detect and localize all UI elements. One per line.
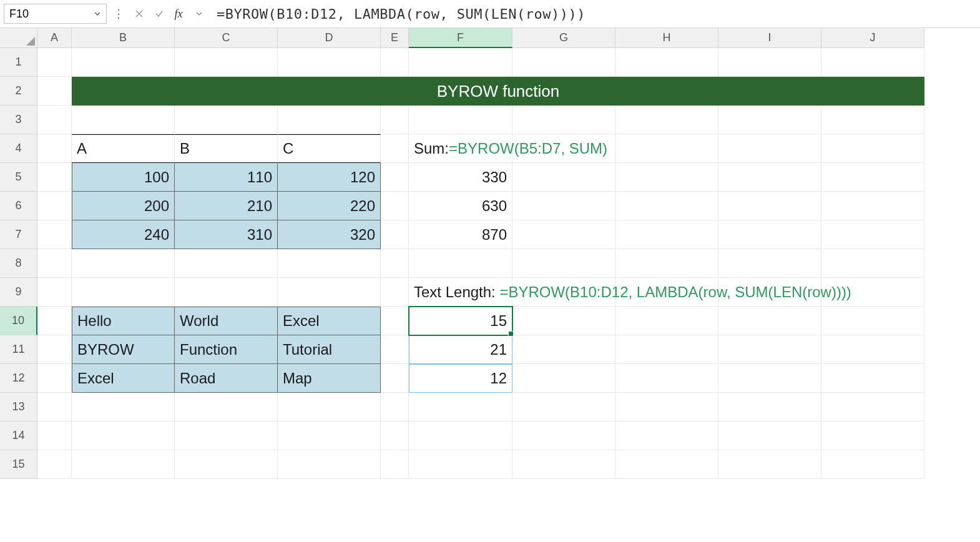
cell-A7[interactable] xyxy=(37,220,72,249)
cell-J13[interactable] xyxy=(821,393,924,421)
cell-C7[interactable]: 310 xyxy=(175,220,278,249)
cell-H13[interactable] xyxy=(615,393,718,421)
cell-D5[interactable]: 120 xyxy=(278,163,381,192)
row-header-5[interactable]: 5 xyxy=(0,163,37,192)
cell-E15[interactable] xyxy=(381,450,409,479)
col-header-A[interactable]: A xyxy=(37,28,72,48)
cell-E3[interactable] xyxy=(381,106,409,134)
cell-H11[interactable] xyxy=(615,335,718,364)
cell-E1[interactable] xyxy=(381,48,409,77)
row-header-2[interactable]: 2 xyxy=(0,77,37,106)
cell-G15[interactable] xyxy=(512,450,615,479)
row-header-7[interactable]: 7 xyxy=(0,220,37,249)
cell-J14[interactable] xyxy=(821,421,924,450)
cell-E12[interactable] xyxy=(381,364,409,393)
cell-F12[interactable]: 12 xyxy=(409,364,512,393)
cell-J6[interactable] xyxy=(821,192,924,220)
cell-F1[interactable] xyxy=(409,48,512,77)
cell-C8[interactable] xyxy=(175,249,278,278)
cell-G10[interactable] xyxy=(512,307,615,335)
cell-I13[interactable] xyxy=(718,393,821,421)
cell-G13[interactable] xyxy=(512,393,615,421)
cell-B9[interactable] xyxy=(72,278,175,307)
cell-A5[interactable] xyxy=(37,163,72,192)
col-header-J[interactable]: J xyxy=(821,28,924,48)
cell-D13[interactable] xyxy=(278,393,381,421)
cell-F10[interactable]: 15 xyxy=(409,307,512,335)
cell-I14[interactable] xyxy=(718,421,821,450)
name-box-dropdown-icon[interactable] xyxy=(94,10,101,17)
cell-G3[interactable] xyxy=(512,106,615,134)
cell-J1[interactable] xyxy=(821,48,924,77)
cell-F9[interactable]: Text Length: =BYROW(B10:D12, LAMBDA(row,… xyxy=(409,278,512,307)
cell-C12[interactable]: Road xyxy=(175,364,278,393)
cell-B12[interactable]: Excel xyxy=(72,364,175,393)
cell-A1[interactable] xyxy=(37,48,72,77)
col-header-C[interactable]: C xyxy=(175,28,278,48)
accept-formula-icon[interactable] xyxy=(150,5,168,22)
cell-E6[interactable] xyxy=(381,192,409,220)
cell-G12[interactable] xyxy=(512,364,615,393)
cell-G14[interactable] xyxy=(512,421,615,450)
cell-A6[interactable] xyxy=(37,192,72,220)
cell-C3[interactable] xyxy=(175,106,278,134)
cell-D11[interactable]: Tutorial xyxy=(278,335,381,364)
cell-D15[interactable] xyxy=(278,450,381,479)
cell-E14[interactable] xyxy=(381,421,409,450)
row-header-6[interactable]: 6 xyxy=(0,192,37,220)
select-all-corner[interactable] xyxy=(0,28,37,48)
col-header-D[interactable]: D xyxy=(278,28,381,48)
cell-A3[interactable] xyxy=(37,106,72,134)
cell-B10[interactable]: Hello xyxy=(72,307,175,335)
row-header-3[interactable]: 3 xyxy=(0,106,37,134)
cell-E9[interactable] xyxy=(381,278,409,307)
row-header-11[interactable]: 11 xyxy=(0,335,37,364)
cell-A8[interactable] xyxy=(37,249,72,278)
cell-F14[interactable] xyxy=(409,421,512,450)
cell-C10[interactable]: World xyxy=(175,307,278,335)
cell-D12[interactable]: Map xyxy=(278,364,381,393)
cell-C15[interactable] xyxy=(175,450,278,479)
cell-A15[interactable] xyxy=(37,450,72,479)
cell-D3[interactable] xyxy=(278,106,381,134)
cell-J12[interactable] xyxy=(821,364,924,393)
cell-B1[interactable] xyxy=(72,48,175,77)
cell-D14[interactable] xyxy=(278,421,381,450)
cell-A14[interactable] xyxy=(37,421,72,450)
cell-H10[interactable] xyxy=(615,307,718,335)
cell-B3[interactable] xyxy=(72,106,175,134)
cell-C6[interactable]: 210 xyxy=(175,192,278,220)
cell-E5[interactable] xyxy=(381,163,409,192)
cell-I7[interactable] xyxy=(718,220,821,249)
row-header-8[interactable]: 8 xyxy=(0,249,37,278)
cell-G6[interactable] xyxy=(512,192,615,220)
cell-I15[interactable] xyxy=(718,450,821,479)
fx-icon[interactable]: fx xyxy=(170,5,188,22)
cell-E4[interactable] xyxy=(381,134,409,163)
col-header-I[interactable]: I xyxy=(718,28,821,48)
col-header-G[interactable]: G xyxy=(512,28,615,48)
cell-C1[interactable] xyxy=(175,48,278,77)
cell-G7[interactable] xyxy=(512,220,615,249)
cell-J7[interactable] xyxy=(821,220,924,249)
cell-C4[interactable]: B xyxy=(175,134,278,163)
cell-H14[interactable] xyxy=(615,421,718,450)
cell-I12[interactable] xyxy=(718,364,821,393)
col-header-F[interactable]: F xyxy=(409,28,512,48)
row-header-13[interactable]: 13 xyxy=(0,393,37,421)
cell-H12[interactable] xyxy=(615,364,718,393)
title-banner[interactable]: BYROW function xyxy=(72,77,924,106)
cell-A2[interactable] xyxy=(37,77,72,106)
row-header-1[interactable]: 1 xyxy=(0,48,37,77)
cell-H5[interactable] xyxy=(615,163,718,192)
cell-C13[interactable] xyxy=(175,393,278,421)
cell-A10[interactable] xyxy=(37,307,72,335)
cell-J8[interactable] xyxy=(821,249,924,278)
cell-A9[interactable] xyxy=(37,278,72,307)
cell-B15[interactable] xyxy=(72,450,175,479)
cell-H8[interactable] xyxy=(615,249,718,278)
cell-B11[interactable]: BYROW xyxy=(72,335,175,364)
row-header-12[interactable]: 12 xyxy=(0,364,37,393)
cell-H15[interactable] xyxy=(615,450,718,479)
cell-J11[interactable] xyxy=(821,335,924,364)
